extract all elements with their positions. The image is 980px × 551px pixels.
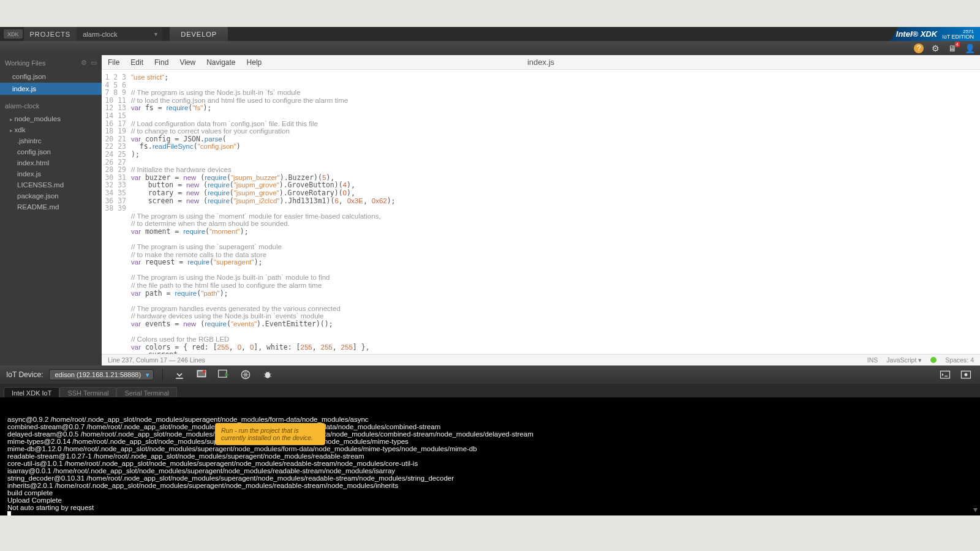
terminal-line: string_decoder@0.10.31 /home/root/.node_… <box>7 474 973 482</box>
cursor-position: Line 237, Column 17 — 246 Lines <box>108 356 205 364</box>
project-dropdown[interactable]: alarm-clock <box>77 27 162 41</box>
user-icon[interactable]: 👤 <box>964 43 975 54</box>
menu-find[interactable]: Find <box>154 58 168 67</box>
settings-icon[interactable] <box>958 368 974 381</box>
svg-point-3 <box>265 372 270 378</box>
run-tooltip: Run - run the project that is currently … <box>215 423 325 445</box>
stop-icon[interactable] <box>238 368 254 381</box>
file-tree-item[interactable]: config.json <box>0 146 102 157</box>
menu-navigate[interactable]: Navigate <box>206 58 235 67</box>
menu-view[interactable]: View <box>179 58 195 67</box>
help-icon[interactable]: ? <box>914 43 924 53</box>
editor-statusbar: Line 237, Column 17 — 246 Lines INS Java… <box>102 354 980 365</box>
iot-device-label: IoT Device: <box>6 370 43 379</box>
file-tree-item[interactable]: .jshintrc <box>0 135 102 146</box>
sidebar: Working Files ⚙▭ config.jsonindex.js ala… <box>0 55 102 365</box>
notification-icon[interactable]: 🖥4 <box>947 43 958 54</box>
brand-logo: Intel® XDK 2571 IoT EDITION <box>890 27 980 41</box>
project-root[interactable]: alarm-clock <box>0 99 102 113</box>
svg-point-6 <box>965 373 968 377</box>
terminal-line: mime-db@1.12.0 /home/root/.node_app_slot… <box>7 445 973 452</box>
lint-ok-icon <box>930 357 937 363</box>
working-file-item[interactable]: index.js <box>0 83 102 95</box>
title-bar: XDK PROJECTS alarm-clock DEVELOP Intel® … <box>0 27 980 41</box>
projects-label[interactable]: PROJECTS <box>24 27 77 41</box>
code-editor[interactable]: "use strict"; // The program is using th… <box>131 70 980 354</box>
scroll-down-icon[interactable]: ▾ <box>973 506 978 513</box>
terminal-output[interactable]: async@0.9.2 /home/root/.node_app_slot/no… <box>0 397 980 515</box>
file-tree-item[interactable]: package.json <box>0 190 102 201</box>
terminal-line: delayed-stream@0.0.5 /home/root/.node_ap… <box>7 430 973 438</box>
working-file-item[interactable]: config.json <box>0 70 102 83</box>
brand-sub: IoT EDITION <box>942 34 974 39</box>
file-tree-item[interactable]: index.html <box>0 157 102 168</box>
terminal-line: core-util-is@1.0.1 /home/root/.node_app_… <box>7 460 973 467</box>
language-mode[interactable]: JavaScript ▾ <box>886 356 922 364</box>
terminal-tabs: Intel XDK IoTSSH TerminalSerial Terminal <box>0 384 980 397</box>
terminal-line: Upload Complete <box>7 497 973 504</box>
notification-badge: 4 <box>955 42 960 47</box>
editor-filename: index.js <box>527 58 554 67</box>
terminal-line: inherits@2.0.1 /home/root/.node_app_slot… <box>7 482 973 489</box>
xdk-badge: XDK <box>4 29 23 39</box>
brand-main: Intel® XDK <box>896 29 937 39</box>
svg-rect-4 <box>941 371 950 378</box>
file-tree-item[interactable]: xdk <box>0 124 102 135</box>
tab-develop[interactable]: DEVELOP <box>170 27 228 41</box>
menu-file[interactable]: File <box>108 58 119 67</box>
global-toolbar: ? ⚙ 🖥4 👤 <box>0 41 980 55</box>
working-files-label: Working Files <box>5 59 45 67</box>
terminal-line: build complete <box>7 489 973 497</box>
device-bar: IoT Device: edison (192.168.1.21:58888) <box>0 365 980 384</box>
menu-help[interactable]: Help <box>247 58 262 67</box>
gear-icon[interactable]: ⚙ <box>81 59 87 67</box>
svg-point-0 <box>203 370 206 373</box>
working-files-header: Working Files ⚙▭ <box>0 55 102 70</box>
indent-mode[interactable]: Spaces: 4 <box>945 356 974 364</box>
terminal-line: readable-stream@1.0.27-1 /home/root/.nod… <box>7 452 973 460</box>
terminal-icon[interactable] <box>937 368 953 381</box>
line-gutter: 1 2 3 4 5 6 7 8 9 10 11 12 13 14 15 16 1… <box>102 70 131 354</box>
terminal-line: mime-types@2.0.14 /home/root/.node_app_s… <box>7 438 973 445</box>
file-tree-item[interactable]: LICENSES.md <box>0 179 102 190</box>
editor-area: FileEditFindViewNavigateHelp index.js 1 … <box>102 55 980 365</box>
collapse-icon[interactable]: ▭ <box>91 59 97 67</box>
download-icon[interactable] <box>172 368 187 381</box>
editor-menubar: FileEditFindViewNavigateHelp index.js <box>102 55 980 70</box>
file-tree-item[interactable]: README.md <box>0 201 102 212</box>
terminal-line: async@0.9.2 /home/root/.node_app_slot/no… <box>7 416 973 423</box>
terminal-line: Not auto starting by request <box>7 504 973 511</box>
file-tree-item[interactable]: index.js <box>0 168 102 179</box>
gear-icon[interactable]: ⚙ <box>930 43 941 54</box>
device-dropdown[interactable]: edison (192.168.1.21:58888) <box>49 369 154 380</box>
terminal-line: isarray@0.0.1 /home/root/.node_app_slot/… <box>7 467 973 474</box>
file-tree-item[interactable]: node_modules <box>0 113 102 124</box>
terminal-line: combined-stream@0.0.7 /home/root/.node_a… <box>7 423 973 430</box>
debug-icon[interactable] <box>260 368 276 381</box>
upload-icon[interactable] <box>194 368 209 381</box>
menu-edit[interactable]: Edit <box>130 58 143 67</box>
insert-mode[interactable]: INS <box>867 356 878 364</box>
run-icon[interactable] <box>216 368 232 381</box>
